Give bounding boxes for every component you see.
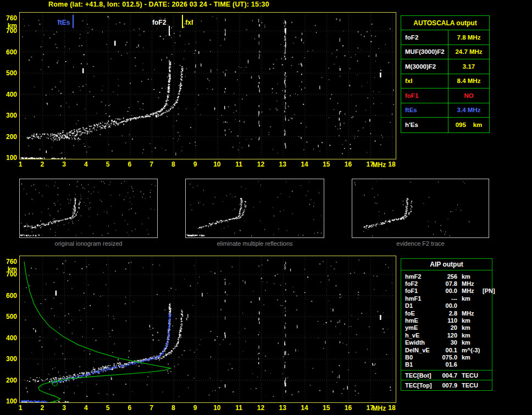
thumbnail-f2-trace <box>352 179 489 238</box>
y-tick-label: 300 <box>2 356 17 362</box>
x-axis-unit: MHz <box>370 405 388 412</box>
y-tick-label: 400 <box>2 91 17 98</box>
y-tick-label: 760 <box>2 258 17 265</box>
x-tick-label: 9 <box>190 405 200 411</box>
autoscala-row-M(3000)F2: M(3000)F23.17 <box>401 59 489 74</box>
aip-row-Ewidth: Ewidth30km <box>401 339 492 346</box>
x-tick-label: 18 <box>387 405 397 411</box>
x-tick-label: 3 <box>59 161 69 168</box>
x-tick-label: 18 <box>387 161 397 168</box>
x-tick-label: 13 <box>278 405 287 411</box>
autoscala-row-label: foF1 <box>401 88 448 103</box>
x-tick-label: 1 <box>15 161 25 168</box>
aip-row-hmF1: hmF1---km <box>401 295 492 302</box>
autoscala-row-value: 8.4 MHz <box>448 74 489 88</box>
thumbnail-canvas-f2 <box>352 179 489 237</box>
autoscala-row-label: fxI <box>401 74 448 88</box>
x-tick-label: 11 <box>234 405 244 411</box>
autoscala-row-label: M(3000)F2 <box>401 59 448 74</box>
x-tick-label: 15 <box>322 405 331 411</box>
x-tick-label: 3 <box>59 405 69 411</box>
aip-row-hmE: hmE110km <box>401 317 492 324</box>
x-tick-label: 10 <box>212 161 222 168</box>
x-tick-label: 8 <box>168 405 178 411</box>
x-tick-label: 14 <box>300 161 309 168</box>
thumbnail-canvas-reflections <box>186 179 324 237</box>
autoscala-row-label: MUF(3000)F2 <box>401 45 448 59</box>
autoscala-row-foF1: foF1NO <box>401 88 489 103</box>
aip-row-foF1: foF100.0MHz[PN] <box>401 287 492 295</box>
ionogram-dashboard: Rome (lat: +41.8, lon: 012.5) - DATE: 20… <box>0 0 532 415</box>
x-tick-label: 10 <box>212 405 222 411</box>
x-axis-unit: MHz <box>370 162 388 168</box>
y-tick-label: 100 <box>2 154 17 161</box>
y-axis-unit: km <box>2 266 17 273</box>
y-tick-label: 100 <box>2 398 17 405</box>
profile-ionogram-canvas <box>20 256 396 402</box>
marker-line-fxI <box>182 15 183 28</box>
x-tick-label: 13 <box>278 161 287 168</box>
autoscala-table: AUTOSCALA output foF27.8 MHzMUF(3000)F22… <box>401 15 490 133</box>
thumbnail-original-ionogram <box>19 179 158 238</box>
x-tick-label: 1 <box>15 405 25 411</box>
aip-table: AIP output hmF2256kmfoF207.8MHzfoF100.0M… <box>401 258 492 391</box>
aip-row-ymE: ymE20km <box>401 324 492 331</box>
y-tick-label: 500 <box>2 313 17 320</box>
aip-row-hmF2: hmF2256km <box>401 273 492 280</box>
main-ionogram-canvas <box>20 13 396 159</box>
autoscala-row-value: 095km <box>448 118 489 132</box>
x-tick-label: 7 <box>147 161 157 168</box>
y-tick-label: 500 <box>2 70 17 76</box>
x-tick-label: 12 <box>256 161 265 168</box>
autoscala-row-foF2: foF27.8 MHz <box>401 30 489 45</box>
autoscala-row-label: foF2 <box>401 30 448 45</box>
autoscala-row-label: ftEs <box>401 103 448 118</box>
x-tick-label: 8 <box>168 161 178 168</box>
marker-label-foF2: foF2 <box>145 19 166 26</box>
y-tick-label: 200 <box>2 134 17 140</box>
aip-separator <box>401 380 492 380</box>
aip-row-DelN_vE: DelN_vE00.1m^(-3) <box>401 346 492 353</box>
autoscala-row-fxI: fxI8.4 MHz <box>401 74 489 89</box>
aip-row-B1: B101.6 <box>401 361 492 368</box>
thumbnail-caption-f2: evidence F2 trace <box>352 240 489 247</box>
aip-row-TEC[Bot]: TEC[Bot]004.7TECU <box>401 371 492 379</box>
x-tick-label: 6 <box>125 405 135 411</box>
aip-table-body: hmF2256kmfoF207.8MHzfoF100.0MHz[PN]hmF1-… <box>401 270 492 369</box>
x-tick-label: 4 <box>81 161 91 168</box>
aip-row-B0: B0075.0km <box>401 353 492 361</box>
x-tick-label: 9 <box>190 161 200 168</box>
x-tick-label: 7 <box>147 405 157 411</box>
aip-row-foF2: foF207.8MHz <box>401 280 492 287</box>
marker-line-ftEs <box>73 15 74 28</box>
autoscala-row-value: 3.4 MHz <box>448 103 489 118</box>
aip-separator <box>401 370 492 370</box>
x-tick-label: 12 <box>256 405 265 411</box>
x-tick-label: 16 <box>343 405 353 411</box>
x-tick-label: 5 <box>103 405 113 411</box>
x-tick-label: 4 <box>81 405 91 411</box>
y-tick-label: 760 <box>2 15 17 21</box>
aip-table-tec: TEC[Bot]004.7TECUTEC[Top]007.9TECU <box>401 370 492 389</box>
autoscala-table-body: foF27.8 MHzMUF(3000)F224.7 MHzM(3000)F23… <box>401 30 489 132</box>
x-tick-label: 11 <box>234 161 244 168</box>
main-ionogram-plot: ftEsfoF2fxI <box>19 12 396 159</box>
x-tick-label: 14 <box>300 405 309 411</box>
aip-table-title: AIP output <box>401 259 492 270</box>
autoscala-table-title: AUTOSCALA output <box>401 16 489 30</box>
autoscala-row-value: 3.17 <box>448 59 489 74</box>
profile-ionogram-plot <box>19 256 396 403</box>
autoscala-row-value: 24.7 MHz <box>448 45 489 59</box>
thumbnail-caption-reflections: eliminate multiple reflections <box>185 240 324 247</box>
x-tick-label: 16 <box>343 161 353 168</box>
y-tick-label: 200 <box>2 377 17 384</box>
y-tick-label: 600 <box>2 292 17 299</box>
y-axis-unit: km <box>2 23 17 29</box>
x-tick-label: 15 <box>322 161 331 168</box>
aip-row-foE: foE2.8MHz <box>401 309 492 317</box>
thumbnail-canvas-original <box>20 179 157 237</box>
marker-line-foF2 <box>169 26 170 36</box>
x-tick-label: 2 <box>37 161 47 168</box>
aip-row-TEC[Top]: TEC[Top]007.9TECU <box>401 381 492 389</box>
thumbnail-multiple-reflections <box>185 179 324 238</box>
